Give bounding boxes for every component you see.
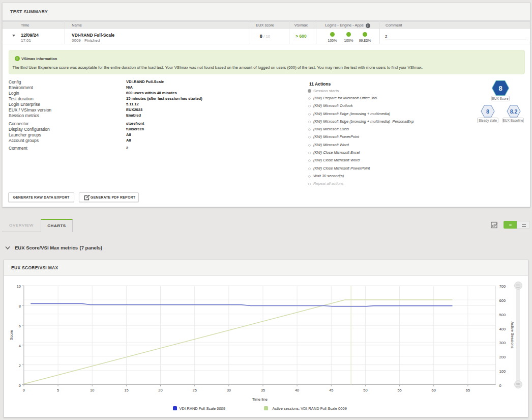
svg-text:25: 25	[193, 388, 197, 393]
svg-text:8: 8	[498, 85, 502, 92]
svg-text:0: 0	[19, 383, 21, 388]
svg-text:8: 8	[486, 108, 489, 115]
svg-text:50: 50	[363, 388, 367, 393]
svg-text:4: 4	[19, 344, 21, 348]
svg-text:0: 0	[499, 383, 501, 388]
svg-text:20: 20	[158, 388, 162, 393]
svg-text:200: 200	[499, 355, 506, 359]
svg-text:40: 40	[295, 388, 299, 393]
svg-text:65: 65	[466, 388, 470, 393]
svg-text:600: 600	[499, 298, 506, 303]
svg-text:5: 5	[57, 388, 59, 393]
svg-text:Score: Score	[9, 330, 14, 340]
svg-text:30: 30	[227, 388, 231, 393]
svg-text:400: 400	[499, 327, 506, 331]
svg-text:35: 35	[261, 388, 265, 393]
svg-text:0: 0	[23, 388, 25, 393]
svg-text:6: 6	[19, 324, 21, 328]
svg-text:8: 8	[19, 304, 21, 309]
svg-text:15: 15	[124, 388, 128, 393]
svg-text:8.2: 8.2	[510, 108, 518, 115]
svg-text:10: 10	[90, 388, 94, 393]
svg-text:60: 60	[432, 388, 436, 393]
svg-text:300: 300	[499, 341, 506, 345]
svg-text:45: 45	[329, 388, 333, 393]
svg-text:Time line: Time line	[252, 397, 268, 402]
svg-text:Active Sessions: Active Sessions	[510, 322, 515, 349]
svg-text:2: 2	[19, 363, 21, 368]
svg-text:55: 55	[397, 388, 401, 393]
svg-text:700: 700	[499, 284, 506, 289]
svg-text:500: 500	[499, 313, 506, 317]
svg-text:100: 100	[499, 369, 506, 374]
svg-text:10: 10	[17, 284, 21, 289]
